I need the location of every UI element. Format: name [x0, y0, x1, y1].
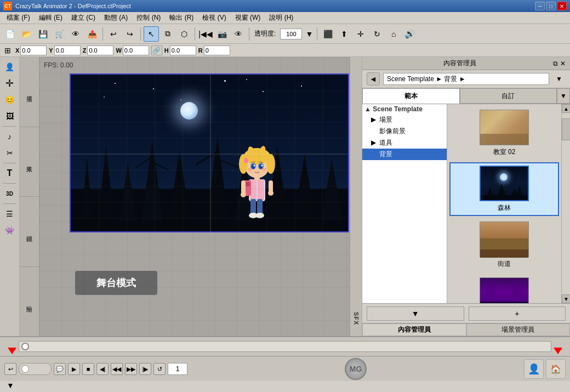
- nav-dropdown-button[interactable]: ▼: [552, 72, 566, 86]
- scene-timeline-icon[interactable]: 🏠: [546, 359, 566, 379]
- menu-animation[interactable]: 動態 (A): [100, 12, 132, 24]
- panel-close-btn[interactable]: ✕: [560, 60, 566, 67]
- record-button[interactable]: ⬛: [320, 26, 335, 42]
- menu-file[interactable]: 檔案 (F): [2, 12, 35, 24]
- h-input[interactable]: [170, 46, 196, 55]
- copy-button[interactable]: ⧉: [160, 26, 175, 42]
- close-button[interactable]: ✕: [557, 2, 567, 10]
- transform-button[interactable]: ✛: [353, 26, 368, 42]
- tree-item-scene[interactable]: ▶ 場景: [362, 114, 447, 126]
- minimize-button[interactable]: ─: [535, 2, 545, 10]
- play-button[interactable]: ▶: [68, 363, 80, 375]
- move-scene-button[interactable]: ✛: [2, 76, 18, 91]
- scrollbar[interactable]: ▲ ▼: [561, 104, 570, 303]
- speaker-button[interactable]: 🔊: [402, 26, 418, 42]
- loop-button[interactable]: ↩: [4, 363, 16, 375]
- volume-slider[interactable]: [19, 363, 52, 375]
- stage[interactable]: [70, 73, 349, 232]
- menu-view[interactable]: 檢視 (V): [198, 12, 230, 24]
- stop-button[interactable]: ■: [82, 363, 94, 375]
- undo-button[interactable]: ↩: [106, 26, 121, 42]
- music-button[interactable]: ♪: [2, 129, 18, 144]
- menu-control[interactable]: 控制 (N): [132, 12, 165, 24]
- prev-key-button[interactable]: ◀◀: [111, 363, 123, 375]
- side-tab-camera[interactable]: 鏡頭: [20, 197, 39, 267]
- scroll-up-button[interactable]: ▲: [562, 104, 570, 113]
- tab-template[interactable]: 範本: [362, 88, 460, 104]
- rotate-cw-button[interactable]: ↻: [369, 26, 385, 42]
- photo-button[interactable]: 🖼: [2, 109, 18, 124]
- comment-button[interactable]: 💬: [54, 363, 66, 375]
- menu-create[interactable]: 建立 (C): [67, 12, 100, 24]
- menu-help[interactable]: 說明 (H): [265, 12, 298, 24]
- import-button[interactable]: 🛒: [52, 26, 67, 42]
- tab-content-manager[interactable]: 內容管理員: [362, 323, 466, 336]
- opacity-dropdown[interactable]: ▼: [304, 26, 314, 42]
- redo-button[interactable]: ↪: [122, 26, 138, 42]
- menu-edit[interactable]: 編輯 (E): [35, 12, 67, 24]
- prev-frame-button[interactable]: ◀|: [96, 363, 109, 375]
- z-input[interactable]: [87, 46, 113, 55]
- timeline-thumb[interactable]: [21, 343, 29, 350]
- next-key-button[interactable]: ▶▶: [125, 363, 137, 375]
- back-button[interactable]: ◄: [367, 72, 380, 86]
- x-input[interactable]: [20, 46, 47, 55]
- side-tab-output[interactable]: 輸出: [20, 267, 39, 337]
- thumb-street[interactable]: 街道: [449, 218, 559, 272]
- tab-custom[interactable]: 自訂: [460, 88, 557, 104]
- panel-bottom-buttons: ▼ +: [362, 303, 570, 323]
- scroll-down-button[interactable]: ▼: [562, 294, 570, 303]
- side-tab-effect[interactable]: 效果: [20, 127, 39, 197]
- maximize-button[interactable]: □: [546, 2, 556, 10]
- export-button[interactable]: 📤: [84, 26, 100, 42]
- next-frame-button[interactable]: |▶: [139, 363, 151, 375]
- loop2-button[interactable]: ↺: [153, 363, 166, 375]
- timeline2-button[interactable]: ☰: [2, 206, 18, 221]
- tree-item-background[interactable]: 背景: [362, 149, 447, 160]
- tree-item-video-fg[interactable]: 影像前景: [362, 126, 447, 137]
- person-button[interactable]: 👤: [2, 59, 18, 75]
- home-button[interactable]: ⌂: [386, 26, 401, 42]
- new-button[interactable]: 📄: [2, 26, 18, 42]
- menu-window[interactable]: 視窗 (W): [231, 12, 265, 24]
- person-timeline-icon[interactable]: 👤: [524, 359, 544, 379]
- frame-input[interactable]: [168, 363, 187, 375]
- thumb-stage[interactable]: 舞台: [449, 274, 559, 303]
- add-button[interactable]: +: [469, 306, 566, 321]
- sfx-tab[interactable]: SFX: [353, 312, 360, 325]
- paste-button[interactable]: ⬡: [176, 26, 192, 42]
- panel-restore-btn[interactable]: ⧉: [553, 60, 558, 67]
- first-frame-button[interactable]: |◀◀: [198, 26, 213, 42]
- tree-item-props[interactable]: ▶ 道具: [362, 137, 447, 149]
- camera-button[interactable]: 👁: [68, 26, 83, 42]
- thumb-forest[interactable]: 森林: [449, 162, 559, 216]
- camera2-button[interactable]: 📷: [214, 26, 230, 42]
- save-button[interactable]: 💾: [35, 26, 50, 42]
- timeline-bar[interactable]: [19, 341, 551, 352]
- opacity-input[interactable]: [280, 29, 302, 39]
- puppet-button[interactable]: 👾: [2, 223, 18, 238]
- thumb-classroom02[interactable]: 教室 02: [449, 106, 559, 160]
- menu-output[interactable]: 輸出 (R): [165, 12, 198, 24]
- timeline-expand-button[interactable]: ▼: [7, 381, 14, 390]
- download-button[interactable]: ▼: [367, 306, 464, 321]
- bone-button[interactable]: ✂: [2, 145, 18, 161]
- tree-item-scene-template[interactable]: ▲ Scene Template: [362, 104, 447, 114]
- tab-dropdown-button[interactable]: ▼: [557, 88, 570, 104]
- eye-button[interactable]: 👁: [231, 26, 246, 42]
- scroll-thumb[interactable]: [562, 118, 570, 140]
- text-button[interactable]: T: [2, 166, 18, 181]
- grid-toggle[interactable]: ⊞: [2, 45, 13, 56]
- w-input[interactable]: [123, 46, 149, 55]
- 3d-button[interactable]: 3D: [2, 186, 18, 201]
- select-button[interactable]: ↖: [144, 26, 159, 42]
- open-button[interactable]: 📂: [19, 26, 34, 42]
- r-input[interactable]: [204, 46, 230, 55]
- stage-mode-button[interactable]: 舞台模式: [75, 271, 157, 295]
- move-button[interactable]: ⬆: [337, 26, 352, 42]
- side-tab-scene[interactable]: 場景: [20, 57, 39, 127]
- tab-scene-manager[interactable]: 場景管理員: [466, 323, 571, 336]
- canvas-area[interactable]: FPS: 0.00: [39, 57, 350, 336]
- y-input[interactable]: [54, 46, 81, 55]
- face-button[interactable]: 😊: [2, 92, 18, 107]
